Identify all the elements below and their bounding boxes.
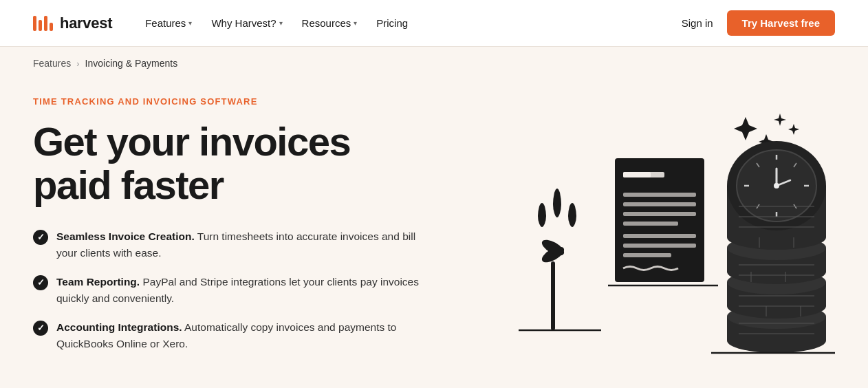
feature-text: Accounting Integrations. Automatically c… bbox=[56, 319, 432, 352]
svg-rect-12 bbox=[623, 202, 696, 206]
nav-links: Features ▾ Why Harvest? ▾ Resources ▾ Pr… bbox=[137, 12, 682, 34]
breadcrumb-current: Invoicing & Payments bbox=[85, 58, 178, 69]
nav-features[interactable]: Features ▾ bbox=[137, 12, 200, 34]
nav-why-harvest[interactable]: Why Harvest? ▾ bbox=[203, 12, 290, 34]
check-icon bbox=[33, 321, 48, 336]
nav-pricing[interactable]: Pricing bbox=[368, 12, 416, 34]
logo-bar-3 bbox=[44, 16, 47, 31]
chevron-down-icon: ▾ bbox=[354, 19, 357, 27]
logo-bar-1 bbox=[33, 16, 36, 31]
feature-list: Seamless Invoice Creation. Turn timeshee… bbox=[33, 228, 432, 352]
try-free-button[interactable]: Try Harvest free bbox=[727, 10, 835, 36]
breadcrumb-separator: › bbox=[76, 58, 79, 69]
svg-rect-10 bbox=[623, 172, 651, 177]
navigation: harvest Features ▾ Why Harvest? ▾ Resour… bbox=[0, 0, 868, 47]
illustration-svg bbox=[477, 96, 835, 358]
svg-point-42 bbox=[774, 183, 779, 188]
check-icon bbox=[33, 230, 48, 245]
svg-marker-3 bbox=[788, 124, 799, 135]
hero-headline-line1: Get your invoices bbox=[33, 119, 350, 164]
svg-rect-4 bbox=[551, 261, 555, 330]
logo-bar-2 bbox=[39, 20, 42, 31]
hero-headline: Get your invoices paid faster bbox=[33, 120, 432, 206]
breadcrumb: Features › Invoicing & Payments bbox=[0, 47, 868, 76]
svg-rect-11 bbox=[623, 193, 696, 197]
svg-rect-16 bbox=[623, 244, 696, 248]
hero-headline-line2: paid faster bbox=[33, 162, 224, 207]
svg-rect-17 bbox=[623, 253, 671, 257]
logo-icon bbox=[33, 16, 53, 31]
feature-text: Seamless Invoice Creation. Turn timeshee… bbox=[56, 228, 432, 261]
logo-bar-4 bbox=[50, 23, 53, 31]
hero-eyebrow: TIME TRACKING AND INVOICING SOFTWARE bbox=[33, 96, 432, 107]
svg-rect-15 bbox=[623, 234, 696, 238]
list-item: Team Reporting. PayPal and Stripe integr… bbox=[33, 274, 432, 307]
svg-marker-0 bbox=[734, 117, 757, 140]
check-icon bbox=[33, 275, 48, 290]
feature-text: Team Reporting. PayPal and Stripe integr… bbox=[56, 274, 432, 307]
breadcrumb-parent-link[interactable]: Features bbox=[33, 58, 71, 69]
logo-link[interactable]: harvest bbox=[33, 14, 112, 32]
svg-rect-13 bbox=[623, 212, 696, 216]
hero-section: TIME TRACKING AND INVOICING SOFTWARE Get… bbox=[0, 76, 868, 388]
chevron-down-icon: ▾ bbox=[279, 19, 283, 27]
svg-marker-2 bbox=[774, 114, 786, 126]
nav-right: Sign in Try Harvest free bbox=[682, 10, 835, 36]
svg-rect-14 bbox=[623, 222, 678, 226]
hero-content: TIME TRACKING AND INVOICING SOFTWARE Get… bbox=[33, 89, 432, 352]
chevron-down-icon: ▾ bbox=[188, 19, 192, 27]
hero-illustration bbox=[477, 96, 835, 358]
list-item: Accounting Integrations. Automatically c… bbox=[33, 319, 432, 352]
logo-text: harvest bbox=[60, 14, 112, 32]
list-item: Seamless Invoice Creation. Turn timeshee… bbox=[33, 228, 432, 261]
nav-resources[interactable]: Resources ▾ bbox=[294, 12, 366, 34]
sign-in-link[interactable]: Sign in bbox=[682, 17, 713, 29]
